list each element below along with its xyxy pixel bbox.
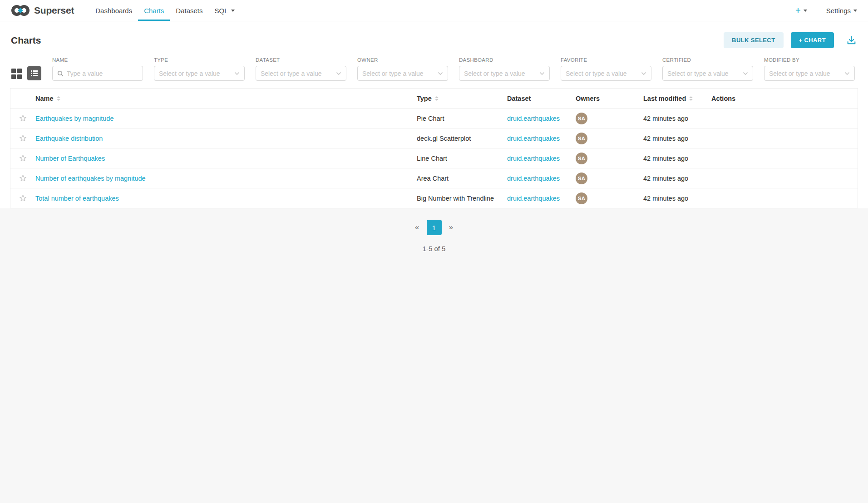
chart-name-link[interactable]: Earthquakes by magnitude [35,115,114,122]
card-view-toggle[interactable] [11,68,22,79]
nav-item-charts[interactable]: Charts [138,0,170,21]
new-item-menu[interactable]: + [795,6,807,15]
sort-icon [689,96,693,101]
brand-name: Superset [34,5,74,16]
table-row: Earthquakes by magnitude Pie Chart druid… [10,108,858,128]
chevron-down-icon [539,72,545,75]
filter-type: TYPE Select or type a value [154,57,245,81]
favorite-star-icon[interactable] [19,134,27,142]
chevron-down-icon [641,72,646,75]
chart-type: deck.gl Scatterplot [417,135,507,142]
filter-favorite: FAVORITE Select or type a value [561,57,651,81]
list-view-toggle[interactable] [27,66,41,80]
filter-owner: OWNER Select or type a value [357,57,448,81]
chevron-down-icon [853,10,857,12]
download-icon [846,35,857,46]
chevron-down-icon [804,10,807,12]
chart-name-link[interactable]: Earthquake distribution [35,135,103,142]
filter-label: FAVORITE [561,57,651,63]
select-placeholder: Select or type a value [362,70,435,77]
chart-type: Big Number with Trendline [417,195,507,202]
type-filter-select[interactable]: Select or type a value [154,66,245,81]
owner-avatar[interactable]: SA [576,133,587,144]
settings-menu[interactable]: Settings [826,7,857,15]
chart-name-link[interactable]: Number of earthquakes by magnitude [35,175,146,182]
bulk-select-button[interactable]: BULK SELECT [724,32,783,48]
chevron-down-icon [743,72,748,75]
chart-type: Area Chart [417,175,507,182]
last-modified: 42 minutes ago [643,175,711,182]
page-title: Charts [11,35,41,46]
name-filter-input[interactable] [67,70,138,77]
owner-filter-select[interactable]: Select or type a value [357,66,448,81]
favorite-star-icon[interactable] [19,194,27,202]
dataset-link[interactable]: druid.earthquakes [507,195,560,202]
dataset-link[interactable]: druid.earthquakes [507,135,560,142]
column-header-type[interactable]: Type [417,95,507,102]
chart-name-link[interactable]: Number of Earthquakes [35,155,105,162]
dataset-link[interactable]: druid.earthquakes [507,175,560,182]
last-modified: 42 minutes ago [643,195,711,202]
select-placeholder: Select or type a value [769,70,842,77]
owner-avatar[interactable]: SA [576,153,587,164]
pagination: « 1 » 1-5 of 5 [0,208,868,252]
next-page-button[interactable]: » [445,221,457,234]
owner-avatar[interactable]: SA [576,113,587,124]
favorite-star-icon[interactable] [19,154,27,162]
nav-item-datasets[interactable]: Datasets [170,0,208,21]
prev-page-button[interactable]: « [411,221,423,234]
import-charts-button[interactable] [846,35,857,46]
filter-bar: NAME TYPE Select or type a value DATASE [0,57,868,88]
chart-type: Pie Chart [417,115,507,122]
filter-label: MODIFIED BY [764,57,855,63]
owner-avatar[interactable]: SA [576,192,587,204]
table-row: Total number of earthquakes Big Number w… [10,188,858,208]
column-header-last-modified[interactable]: Last modified [643,95,711,102]
dataset-link[interactable]: druid.earthquakes [507,155,560,162]
pagination-summary: 1-5 of 5 [423,245,446,252]
chevron-down-icon [234,72,240,75]
nav-item-sql[interactable]: SQL [209,0,241,21]
dataset-filter-select[interactable]: Select or type a value [256,66,346,81]
column-label: Last modified [643,95,686,102]
certified-filter-select[interactable]: Select or type a value [662,66,753,81]
top-navbar: Superset Dashboards Charts Datasets SQL … [0,0,868,21]
column-header-owners: Owners [576,95,643,102]
select-placeholder: Select or type a value [464,70,537,77]
view-toggles [11,66,41,81]
nav-item-sql-label: SQL [215,7,228,15]
filter-label: TYPE [154,57,245,63]
filter-label: NAME [52,57,143,63]
select-placeholder: Select or type a value [261,70,333,77]
superset-logo[interactable]: Superset [11,0,74,21]
plus-icon: + [795,6,801,15]
nav-item-dashboards[interactable]: Dashboards [89,0,138,21]
filter-name: NAME [52,57,143,81]
column-header-name[interactable]: Name [35,95,417,102]
filter-label: OWNER [357,57,448,63]
page-1-button[interactable]: 1 [427,220,442,235]
chart-name-link[interactable]: Total number of earthquakes [35,195,119,202]
favorite-star-icon[interactable] [19,114,27,122]
dashboard-filter-select[interactable]: Select or type a value [459,66,550,81]
dataset-link[interactable]: druid.earthquakes [507,115,560,122]
chevron-down-icon [844,72,850,75]
favorite-star-icon[interactable] [19,174,27,182]
favorite-filter-select[interactable]: Select or type a value [561,66,651,81]
table-header-row: Name Type Dataset Owners Last modified A… [10,89,858,108]
select-placeholder: Select or type a value [566,70,638,77]
list-icon [30,69,38,77]
charts-table: Name Type Dataset Owners Last modified A… [10,88,858,208]
chevron-down-icon [231,10,235,12]
owner-avatar[interactable]: SA [576,173,587,184]
search-icon [57,70,64,77]
add-chart-button[interactable]: + CHART [791,32,834,48]
column-header-dataset: Dataset [507,95,576,102]
chevron-down-icon [438,72,443,75]
last-modified: 42 minutes ago [643,115,711,122]
last-modified: 42 minutes ago [643,155,711,162]
column-label: Owners [576,95,600,102]
select-placeholder: Select or type a value [667,70,740,77]
settings-label: Settings [826,7,851,15]
modified-by-filter-select[interactable]: Select or type a value [764,66,855,81]
